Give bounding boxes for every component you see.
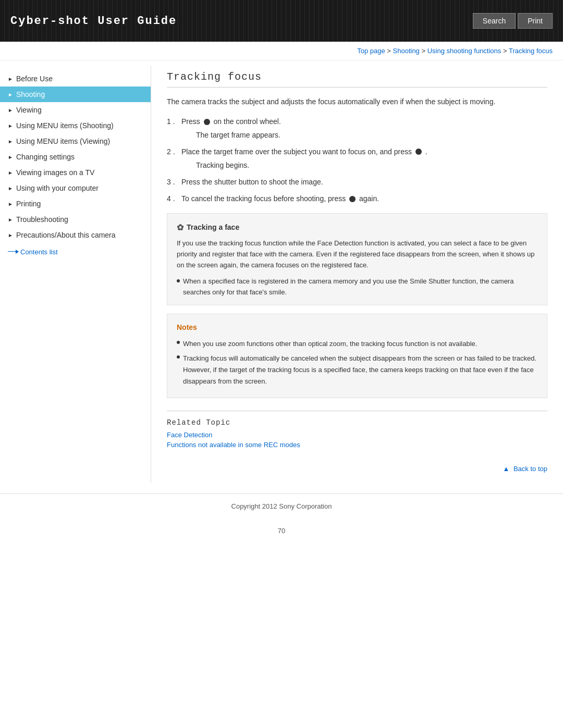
tip-title-text: Tracking a face — [187, 221, 239, 233]
sidebar-label: Changing settings — [16, 153, 75, 161]
arrow-icon: ► — [8, 170, 13, 176]
sidebar: ► Before Use ► Shooting ► Viewing ► Usin… — [0, 66, 151, 483]
tip-body-text: If you use the tracking focus function w… — [177, 238, 537, 270]
step-4-text-after: again. — [357, 194, 379, 203]
breadcrumb: Top page > Shooting > Using shooting fun… — [0, 42, 563, 60]
step-2: 2 . Place the target frame over the subj… — [167, 146, 547, 171]
related-section: Related Topic Face Detection Functions n… — [167, 411, 547, 449]
step-2-content: Place the target frame over the subject … — [181, 146, 547, 171]
sidebar-label: Troubleshooting — [16, 215, 68, 224]
page-number: 70 — [0, 527, 563, 535]
step-2-num: 2 . — [167, 146, 181, 157]
step-1: 1 . Press on the control wheel. The targ… — [167, 116, 547, 141]
step-3: 3 . Press the shutter button to shoot th… — [167, 176, 547, 188]
print-button[interactable]: Print — [518, 13, 553, 29]
step-1-text-before: Press — [181, 117, 202, 126]
sidebar-label: Printing — [16, 200, 41, 208]
sidebar-label: Shooting — [16, 90, 45, 98]
step-4-num: 4 . — [167, 193, 181, 204]
sidebar-item-using-menu-viewing[interactable]: ► Using MENU items (Viewing) — [0, 133, 151, 149]
breadcrumb-current[interactable]: Tracking focus — [509, 47, 553, 55]
sidebar-item-precautions[interactable]: ► Precautions/About this camera — [0, 227, 151, 243]
step-1-subtext: The target frame appears. — [196, 129, 547, 141]
footer: Copyright 2012 Sony Corporation — [0, 493, 563, 519]
step-1-content: Press on the control wheel. The target f… — [181, 116, 547, 141]
back-to-top-label: Back to top — [513, 465, 547, 473]
main-layout: ► Before Use ► Shooting ► Viewing ► Usin… — [0, 66, 563, 483]
page-title: Tracking focus — [167, 71, 547, 88]
search-button[interactable]: Search — [473, 13, 516, 29]
related-link-functions-rec[interactable]: Functions not available in some REC mode… — [167, 441, 547, 449]
sidebar-item-shooting[interactable]: ► Shooting — [0, 87, 151, 102]
sidebar-item-using-computer[interactable]: ► Using with your computer — [0, 180, 151, 196]
arrow-icon: ► — [8, 107, 13, 113]
circle-button-icon — [204, 119, 210, 125]
intro-paragraph: The camera tracks the subject and adjust… — [167, 96, 547, 107]
contents-link-label: Contents list — [20, 248, 58, 256]
sidebar-label: Before Use — [16, 75, 53, 83]
back-to-top-row: ▲ Back to top — [167, 459, 547, 473]
back-to-top-link[interactable]: ▲ Back to top — [503, 465, 547, 473]
breadcrumb-shooting[interactable]: Shooting — [393, 47, 420, 55]
sidebar-item-before-use[interactable]: ► Before Use — [0, 71, 151, 87]
notes-text-2: Tracking focus will automatically be can… — [183, 353, 537, 387]
back-arrow-icon: ▲ — [503, 465, 509, 473]
contents-list-link[interactable]: Contents list — [0, 243, 151, 261]
step-4-text-before: To cancel the tracking focus before shoo… — [181, 194, 348, 203]
steps-list: 1 . Press on the control wheel. The targ… — [167, 116, 547, 204]
tip-icon: ✿ — [177, 221, 183, 235]
step-3-text: Press the shutter button to shoot the im… — [181, 178, 323, 186]
arrow-icon: ► — [8, 217, 13, 223]
breadcrumb-top[interactable]: Top page — [357, 47, 385, 55]
contents-arrow-icon — [8, 251, 18, 252]
circle-button-icon-3 — [349, 196, 356, 202]
notes-bullet-2 — [177, 355, 180, 359]
arrow-icon: ► — [8, 123, 13, 129]
tip-bullet-item: When a specified face is registered in t… — [177, 276, 537, 298]
sidebar-label: Viewing images on a TV — [16, 168, 94, 177]
sidebar-label: Using MENU items (Viewing) — [16, 137, 110, 145]
step-1-text-after: on the control wheel. — [212, 117, 281, 126]
arrow-icon: ► — [8, 76, 13, 82]
arrow-icon: ► — [8, 139, 13, 144]
notes-bullet-1 — [177, 341, 180, 344]
breadcrumb-using-shooting[interactable]: Using shooting functions — [427, 47, 501, 55]
step-4: 4 . To cancel the tracking focus before … — [167, 193, 547, 204]
arrow-icon: ► — [8, 232, 13, 238]
sidebar-label: Viewing — [16, 106, 42, 114]
arrow-icon: ► — [8, 201, 13, 207]
notes-item-2: Tracking focus will automatically be can… — [177, 353, 537, 387]
sidebar-label: Using with your computer — [16, 184, 99, 192]
sidebar-item-troubleshooting[interactable]: ► Troubleshooting — [0, 212, 151, 227]
sidebar-label: Using MENU items (Shooting) — [16, 121, 114, 130]
main-content: Tracking focus The camera tracks the sub… — [151, 66, 563, 483]
sidebar-item-using-menu-shooting[interactable]: ► Using MENU items (Shooting) — [0, 118, 151, 133]
circle-button-icon-2 — [415, 149, 422, 155]
tip-title: ✿ Tracking a face — [177, 221, 537, 235]
step-2-text-after: . — [423, 147, 427, 156]
related-link-face-detection[interactable]: Face Detection — [167, 431, 547, 439]
tip-bullet-text: When a specified face is registered in t… — [183, 276, 537, 298]
sidebar-item-viewing[interactable]: ► Viewing — [0, 102, 151, 118]
notes-item-1: When you use zoom functions other than o… — [177, 338, 537, 350]
sidebar-item-printing[interactable]: ► Printing — [0, 196, 151, 212]
notes-title: Notes — [177, 322, 537, 334]
sidebar-item-changing-settings[interactable]: ► Changing settings — [0, 149, 151, 165]
step-2-subtext: Tracking begins. — [196, 159, 547, 171]
step-2-text-before: Place the target frame over the subject … — [181, 147, 414, 156]
arrow-icon: ► — [8, 186, 13, 191]
tip-box: ✿ Tracking a face If you use the trackin… — [167, 213, 547, 306]
header-buttons: Search Print — [473, 13, 553, 29]
step-3-num: 3 . — [167, 176, 181, 188]
step-3-content: Press the shutter button to shoot the im… — [181, 176, 547, 188]
step-1-num: 1 . — [167, 116, 181, 127]
notes-box: Notes When you use zoom functions other … — [167, 314, 547, 398]
bullet-dot-icon — [177, 279, 180, 282]
arrow-icon: ► — [8, 92, 13, 97]
sidebar-item-viewing-tv[interactable]: ► Viewing images on a TV — [0, 165, 151, 180]
arrow-icon: ► — [8, 154, 13, 160]
sidebar-label: Precautions/About this camera — [16, 231, 116, 239]
header: Cyber-shot User Guide Search Print — [0, 0, 563, 42]
copyright-text: Copyright 2012 Sony Corporation — [231, 502, 332, 510]
step-4-content: To cancel the tracking focus before shoo… — [181, 193, 547, 204]
